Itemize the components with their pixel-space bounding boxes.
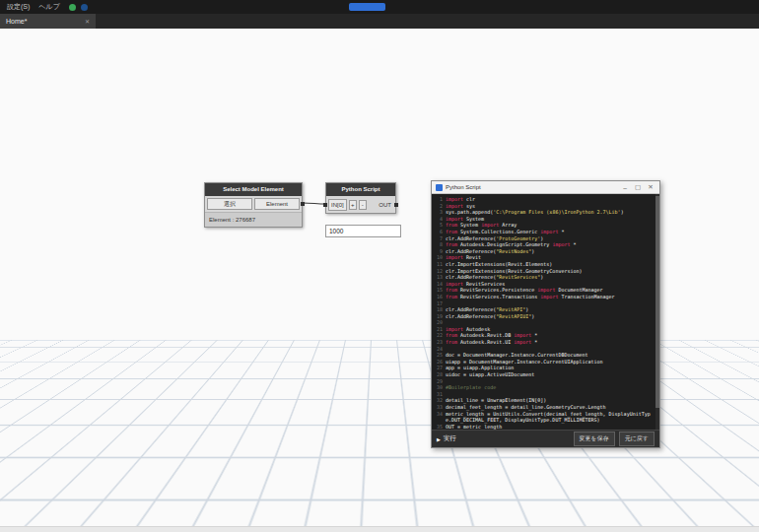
menu-settings[interactable]: 設定(S) <box>7 0 30 14</box>
editor-footer: ▶ 実行 変更を保存 元に戻す <box>432 430 659 447</box>
element-output-port[interactable]: Element <box>254 198 300 210</box>
python-input-port[interactable]: IN[0] <box>328 199 347 211</box>
tab-bar: Home* ✕ <box>0 14 759 29</box>
element-id-status: Element : 276687 <box>205 212 302 227</box>
node-select-model-element[interactable]: Select Model Element 選択 Element Element … <box>204 182 303 228</box>
status-dot-blue-icon <box>81 4 88 11</box>
editor-titlebar[interactable]: Python Script – ▢ ✕ <box>432 181 659 194</box>
number-input[interactable]: 1000 <box>325 225 401 237</box>
code-lines: 1import clr2import sys3sys.path.append('… <box>434 196 654 430</box>
tab-home-label: Home* <box>6 18 27 25</box>
code-editor[interactable]: 1import clr2import sys3sys.path.append('… <box>432 194 659 430</box>
tab-close-icon[interactable]: ✕ <box>85 18 90 25</box>
remove-input-button[interactable]: - <box>359 200 367 210</box>
menu-help[interactable]: ヘルプ <box>38 0 60 14</box>
status-dot-green-icon <box>69 4 76 11</box>
revert-button[interactable]: 元に戻す <box>619 432 655 446</box>
python-output-port-marker[interactable] <box>394 203 398 207</box>
select-element-button[interactable]: 選択 <box>207 198 252 210</box>
python-editor-window: Python Script – ▢ ✕ 1import clr2import s… <box>431 180 660 448</box>
tab-home[interactable]: Home* ✕ <box>0 14 96 29</box>
node-title: Select Model Element <box>205 183 302 196</box>
dynamo-app: 設定(S) ヘルプ Home* ✕ Select Model Element 選… <box>0 0 759 532</box>
editor-scrollbar-thumb[interactable] <box>656 196 659 408</box>
element-output-port-marker[interactable] <box>301 202 305 206</box>
play-icon: ▶ <box>437 436 441 442</box>
node-title: Python Script <box>326 183 395 196</box>
node-python-script[interactable]: Python Script IN[0] + - OUT <box>325 182 396 214</box>
python-input-port-marker[interactable] <box>323 203 327 207</box>
signin-button[interactable] <box>349 3 385 11</box>
python-output-port[interactable]: OUT <box>379 202 393 208</box>
bottom-strip <box>0 526 759 532</box>
minimize-icon[interactable]: – <box>620 184 630 191</box>
menu-bar: 設定(S) ヘルプ <box>0 0 759 14</box>
maximize-icon[interactable]: ▢ <box>633 183 643 191</box>
editor-scrollbar[interactable] <box>656 194 659 430</box>
add-input-button[interactable]: + <box>349 200 357 210</box>
run-button[interactable]: ▶ 実行 <box>437 434 456 443</box>
run-button-label: 実行 <box>444 434 456 443</box>
save-changes-button[interactable]: 変更を保存 <box>574 432 615 446</box>
editor-title: Python Script <box>446 184 617 190</box>
workspace-canvas[interactable]: Select Model Element 選択 Element Element … <box>0 29 759 526</box>
close-icon[interactable]: ✕ <box>646 183 656 191</box>
python-app-icon <box>436 184 443 191</box>
